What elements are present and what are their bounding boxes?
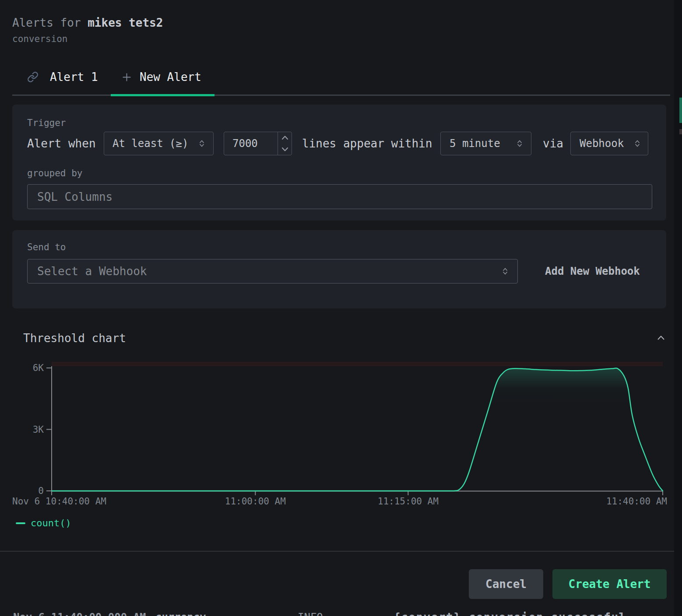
- stepper-down-button[interactable]: [278, 144, 292, 155]
- channel-select-value: Webhook: [580, 137, 624, 150]
- grouped-by-placeholder: SQL Columns: [37, 190, 112, 203]
- background-log-timestamp: Nov 6 11:40:00.000 AM: [13, 612, 146, 616]
- page-subtitle: conversion: [12, 34, 67, 44]
- background-log-level: INFO: [298, 612, 323, 616]
- comparator-select[interactable]: At least (≥): [104, 132, 214, 155]
- tab-new-alert-label: New Alert: [140, 70, 201, 84]
- time-window-select[interactable]: 5 minute: [440, 132, 531, 155]
- trigger-label: Trigger: [27, 118, 66, 128]
- threshold-input-value: 7000: [232, 137, 258, 150]
- send-to-panel: Send to Select a Webhook Add New Webhook: [12, 230, 666, 308]
- time-window-select-value: 5 minute: [450, 137, 500, 150]
- select-chevrons-icon: [515, 138, 524, 149]
- chart-legend[interactable]: count(): [16, 518, 71, 528]
- page-title-source-name: mikes tets2: [88, 16, 163, 29]
- create-alert-button[interactable]: Create Alert: [552, 569, 667, 599]
- threshold-chart-title: Threshold chart: [23, 332, 126, 345]
- threshold-line: [52, 362, 663, 366]
- select-chevrons-icon: [501, 266, 510, 276]
- cancel-button[interactable]: Cancel: [469, 569, 543, 599]
- plus-icon: [122, 72, 132, 82]
- background-green-fragment: [679, 98, 682, 123]
- page-title-prefix: Alerts for: [12, 16, 88, 29]
- background-page-strip: [674, 0, 682, 616]
- add-new-webhook-button[interactable]: Add New Webhook: [545, 265, 640, 277]
- webhook-select[interactable]: Select a Webhook: [27, 259, 518, 284]
- send-to-label: Send to: [27, 242, 66, 252]
- footer-divider: [0, 551, 674, 552]
- legend-swatch: [16, 522, 25, 524]
- legend-label: count(): [31, 518, 71, 528]
- select-chevrons-icon: [633, 138, 642, 149]
- threshold-chart: 03K6KNov 6 10:40:00 AM11:00:00 AM11:15:0…: [0, 354, 682, 512]
- tab-alert-1[interactable]: Alert 1: [12, 62, 111, 92]
- tabs-active-indicator: [111, 94, 214, 96]
- collapse-chart-button[interactable]: [654, 332, 668, 345]
- x-tick-label: Nov 6 10:40:00 AM: [12, 496, 106, 507]
- series-area: [52, 368, 663, 491]
- tab-alert-1-label: Alert 1: [50, 70, 98, 84]
- link-icon: [27, 71, 39, 83]
- x-tick-label: 11:40:00 AM: [606, 496, 667, 507]
- background-dark-fragment: [679, 129, 682, 134]
- webhook-select-value: Select a Webhook: [37, 265, 147, 278]
- via-text: via: [543, 137, 563, 150]
- x-tick-label: 11:15:00 AM: [378, 496, 439, 507]
- threshold-stepper: [278, 132, 292, 155]
- tab-new-alert[interactable]: New Alert: [111, 62, 214, 92]
- chevron-up-icon: [656, 333, 666, 343]
- alert-when-text: Alert when: [27, 137, 96, 150]
- y-tick-label: 3K: [33, 424, 44, 435]
- channel-select[interactable]: Webhook: [570, 132, 648, 155]
- threshold-input[interactable]: 7000: [224, 132, 292, 155]
- y-tick-label: 6K: [33, 363, 44, 373]
- grouped-by-input[interactable]: SQL Columns: [27, 184, 652, 209]
- stepper-up-button[interactable]: [278, 132, 292, 144]
- x-tick-label: 11:00:00 AM: [225, 496, 286, 507]
- background-log-service: currency: [155, 612, 206, 616]
- select-chevrons-icon: [197, 138, 206, 149]
- y-tick-label: 0: [38, 486, 44, 496]
- lines-appear-within-text: lines appear within: [302, 137, 432, 150]
- page-title: Alerts for mikes tets2: [12, 16, 163, 29]
- background-log-message: {convert} conversion successful: [394, 612, 626, 616]
- comparator-select-value: At least (≥): [112, 137, 188, 150]
- trigger-panel: Trigger Alert when At least (≥) 7000 lin…: [12, 105, 666, 220]
- grouped-by-label: grouped by: [27, 168, 82, 178]
